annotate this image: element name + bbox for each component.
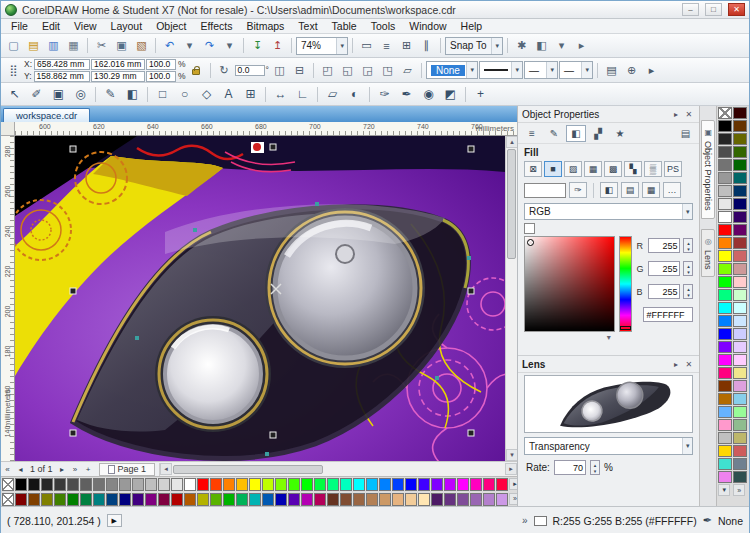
uniform-fill-button[interactable]: ■: [544, 161, 562, 177]
color-swatch[interactable]: [718, 406, 732, 418]
color-swatch[interactable]: [718, 380, 732, 392]
color-swatch[interactable]: [718, 276, 732, 288]
color-swatch[interactable]: [718, 315, 732, 327]
to-back-button[interactable]: ◱: [338, 61, 357, 80]
color-swatch[interactable]: [301, 478, 313, 491]
hue-slider-handle[interactable]: [620, 326, 631, 330]
color-swatch[interactable]: [718, 458, 732, 470]
color-swatch[interactable]: [718, 432, 732, 444]
color-picker-marker[interactable]: [527, 239, 534, 246]
scroll-left-button[interactable]: ◂: [160, 463, 172, 475]
color-swatch[interactable]: [733, 120, 747, 132]
start-arrowhead-combo[interactable]: —: [524, 61, 558, 79]
options-button[interactable]: ✱: [512, 36, 531, 55]
color-swatch[interactable]: [249, 493, 261, 506]
color-swatch[interactable]: [314, 493, 326, 506]
line-style-combo[interactable]: [479, 61, 523, 79]
color-viewers-button[interactable]: ◧: [600, 182, 618, 198]
maximize-button[interactable]: □: [705, 3, 722, 16]
menu-item[interactable]: Effects: [193, 19, 239, 33]
color-swatch[interactable]: [249, 478, 261, 491]
color-swatch[interactable]: [718, 185, 732, 197]
fullscreen-preview-button[interactable]: ▭: [357, 36, 376, 55]
color-swatch[interactable]: [733, 276, 747, 288]
docker-tab-fill[interactable]: ◧: [566, 125, 586, 142]
next-page-button[interactable]: ▸: [56, 465, 69, 474]
propbar-overflow[interactable]: ▸: [642, 61, 661, 80]
paste-button[interactable]: ▧: [132, 36, 151, 55]
color-swatch[interactable]: [236, 478, 248, 491]
polygon-tool[interactable]: ◇: [196, 85, 217, 104]
color-swatch[interactable]: [210, 478, 222, 491]
minimize-button[interactable]: –: [682, 3, 699, 16]
color-swatch[interactable]: [733, 107, 747, 119]
expand-section-button[interactable]: ▾: [518, 333, 699, 345]
freehand-tool[interactable]: ✎: [100, 85, 121, 104]
zoom-level-combo[interactable]: 74%: [296, 37, 348, 55]
color-swatch[interactable]: [457, 493, 469, 506]
dimension-tool[interactable]: ↔: [270, 85, 291, 104]
color-swatch[interactable]: [171, 478, 183, 491]
menu-item[interactable]: Edit: [35, 19, 67, 33]
menu-item[interactable]: Text: [291, 19, 324, 33]
color-swatch[interactable]: [15, 478, 27, 491]
menu-item[interactable]: Object: [149, 19, 193, 33]
color-swatch[interactable]: [718, 341, 732, 353]
color-swatch[interactable]: [470, 478, 482, 491]
color-swatch[interactable]: [184, 478, 196, 491]
color-swatch[interactable]: [718, 120, 732, 132]
blue-spinner[interactable]: [683, 284, 693, 299]
color-swatch[interactable]: [145, 493, 157, 506]
zoom-tool[interactable]: ◎: [70, 85, 91, 104]
horizontal-ruler[interactable]: millimeters 600620640660680700720740760: [15, 122, 517, 136]
vector-pattern-button[interactable]: ▦: [584, 161, 602, 177]
color-swatch[interactable]: [718, 133, 732, 145]
color-swatch[interactable]: [340, 478, 352, 491]
color-swatch[interactable]: [483, 493, 495, 506]
object-y-field[interactable]: 158.862 mm: [34, 71, 90, 82]
color-swatch[interactable]: [132, 493, 144, 506]
color-swatch[interactable]: [444, 493, 456, 506]
export-button[interactable]: ↥: [268, 36, 287, 55]
show-grid-button[interactable]: ⊞: [397, 36, 416, 55]
no-color-swatch[interactable]: [2, 478, 14, 491]
color-swatch[interactable]: [496, 478, 508, 491]
green-spinner[interactable]: [683, 261, 693, 276]
vertical-scrollbar[interactable]: ▴ ▾: [505, 136, 517, 461]
eyedropper-button[interactable]: ✑: [569, 182, 587, 198]
horizontal-scrollbar-thumb[interactable]: [173, 465, 323, 474]
document-tab[interactable]: workspace.cdr: [3, 108, 90, 122]
color-swatch[interactable]: [718, 393, 732, 405]
menu-item[interactable]: Window: [402, 19, 453, 33]
to-front-button[interactable]: ◰: [318, 61, 337, 80]
no-color-swatch[interactable]: [2, 493, 14, 506]
last-page-button[interactable]: »: [69, 465, 82, 474]
color-swatch[interactable]: [733, 250, 747, 262]
color-swatch[interactable]: [379, 478, 391, 491]
color-swatch[interactable]: [93, 493, 105, 506]
color-swatch[interactable]: [288, 493, 300, 506]
lens-close-button[interactable]: ✕: [682, 360, 695, 369]
undo-button[interactable]: ↶: [160, 36, 179, 55]
open-button[interactable]: ▤: [24, 36, 43, 55]
color-swatch[interactable]: [288, 478, 300, 491]
import-button[interactable]: ↧: [248, 36, 267, 55]
color-swatch[interactable]: [718, 445, 732, 457]
text-tool[interactable]: A: [218, 85, 239, 104]
end-arrowhead-combo[interactable]: —: [559, 61, 593, 79]
color-swatch[interactable]: [733, 406, 747, 418]
pick-tool[interactable]: ↖: [4, 85, 25, 104]
color-swatch[interactable]: [353, 493, 365, 506]
color-swatch[interactable]: [431, 493, 443, 506]
menu-item[interactable]: Help: [454, 19, 490, 33]
undo-dropdown[interactable]: ▾: [180, 36, 199, 55]
fill-options-button[interactable]: …: [663, 182, 681, 198]
ellipse-tool[interactable]: ○: [174, 85, 195, 104]
fill-color-indicator[interactable]: [534, 516, 547, 526]
color-swatch[interactable]: [262, 493, 274, 506]
color-swatch[interactable]: [275, 478, 287, 491]
add-page-button[interactable]: +: [82, 465, 95, 474]
color-swatch[interactable]: [733, 289, 747, 301]
fill-tool[interactable]: ◉: [418, 85, 439, 104]
rotation-angle-field[interactable]: 0.0: [235, 65, 265, 76]
